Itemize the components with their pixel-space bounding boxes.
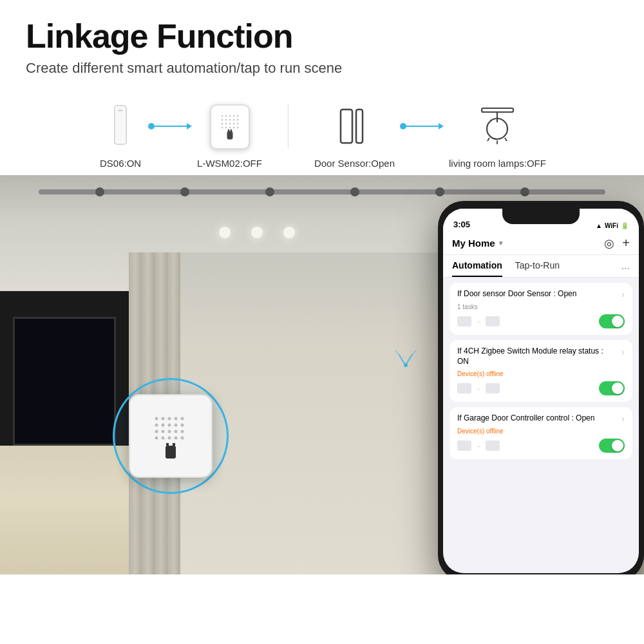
svg-rect-28: [482, 108, 513, 112]
auto-item-1-header: If Door sensor Door Sensor : Open ›: [457, 289, 625, 299]
track-light-6: [520, 187, 529, 196]
track-light-bar: [39, 189, 605, 194]
tab-tap-to-run[interactable]: Tap-to-Run: [515, 255, 560, 277]
svg-point-3: [221, 115, 223, 117]
svg-point-19: [225, 126, 227, 128]
lamp-icon: [475, 101, 520, 153]
status-time: 3:05: [453, 220, 470, 229]
svg-point-39: [155, 424, 158, 427]
svg-rect-26: [341, 109, 352, 143]
track-light-2: [180, 187, 189, 196]
svg-point-42: [175, 424, 178, 427]
tv-screen: [13, 317, 116, 446]
diagram-item-door: Door Sensor:Open: [314, 101, 395, 169]
device-on-wall: [129, 394, 213, 478]
camera-icon[interactable]: ◎: [604, 236, 614, 251]
lwsm02-label: L-WSM02:OFF: [197, 158, 262, 169]
mini-arrow-1: →: [475, 318, 482, 325]
app-header: My Home ▼ ◎ +: [443, 232, 639, 255]
arrow-1-head: [187, 123, 192, 129]
track-light-5: [435, 187, 444, 196]
auto-item-3-row: →: [457, 439, 625, 453]
svg-point-37: [175, 417, 178, 421]
phone-screen: 3:05 ▲ WiFi 🔋 My Home ▼ ◎ +: [443, 209, 639, 573]
svg-point-15: [229, 122, 231, 124]
header-icons: ◎ +: [604, 236, 630, 251]
phone-mockup[interactable]: 3:05 ▲ WiFi 🔋 My Home ▼ ◎ +: [438, 201, 644, 574]
auto-item-3-header: If Garage Door Controller control : Open…: [457, 413, 625, 424]
arrow-2-line: [406, 126, 439, 127]
ceiling-light-3: [283, 227, 295, 238]
svg-point-11: [232, 118, 234, 120]
auto-item-2-header: If 4CH Zigbee Switch Module relay status…: [457, 346, 625, 366]
svg-point-16: [232, 122, 234, 124]
arrow-2: [400, 123, 444, 129]
auto-item-1-title: If Door sensor Door Sensor : Open: [457, 289, 616, 299]
mini-icon-3: [457, 383, 471, 393]
home-label: My Home: [452, 238, 495, 249]
svg-point-47: [175, 430, 178, 433]
svg-point-6: [232, 115, 234, 117]
auto-item-1[interactable]: If Door sensor Door Sensor : Open › 1 ta…: [450, 283, 632, 335]
svg-point-18: [221, 126, 223, 128]
wifi-icon: WiFi: [605, 222, 618, 229]
device-box-large: [129, 394, 213, 478]
arrow-2-head: [439, 123, 444, 129]
bottom-section: 3:05 ▲ WiFi 🔋 My Home ▼ ◎ +: [0, 175, 644, 574]
door-sensor-svg: [337, 104, 372, 149]
zigbee-box: [210, 104, 250, 149]
tab-automation[interactable]: Automation: [452, 255, 502, 277]
sensor-device-svg: [108, 104, 133, 149]
svg-rect-2: [118, 109, 123, 111]
svg-point-53: [181, 437, 184, 440]
auto-item-1-toggle[interactable]: [599, 314, 625, 328]
auto-item-3[interactable]: If Garage Door Controller control : Open…: [450, 407, 632, 459]
diagram-separator: [288, 104, 289, 149]
svg-point-34: [155, 417, 158, 421]
auto-item-2-chevron: ›: [621, 346, 625, 357]
svg-point-44: [155, 430, 158, 433]
wifi-signal: [386, 343, 425, 377]
mini-arrow-3: →: [475, 442, 482, 450]
svg-line-32: [488, 138, 489, 141]
svg-point-49: [155, 437, 158, 440]
track-light-4: [350, 187, 359, 196]
track-light-3: [265, 187, 274, 196]
svg-point-35: [162, 417, 165, 421]
svg-point-14: [225, 122, 227, 124]
svg-rect-1: [116, 107, 125, 143]
wifi-waves-svg: [386, 343, 425, 375]
device-large-svg: [145, 407, 196, 465]
add-icon[interactable]: +: [622, 236, 630, 251]
home-title-area[interactable]: My Home ▼: [452, 238, 504, 249]
tv-area: [0, 291, 129, 471]
app-tabs: Automation Tap-to-Run ...: [443, 255, 639, 278]
auto-item-3-icons: →: [457, 440, 500, 451]
mini-icon-5: [457, 440, 471, 451]
auto-item-2-status: Device(s) offline: [457, 370, 625, 377]
svg-point-48: [181, 430, 184, 433]
ceiling-light-1: [219, 227, 231, 238]
auto-item-3-toggle[interactable]: [599, 439, 625, 453]
auto-item-2-toggle[interactable]: [599, 381, 625, 395]
svg-point-36: [168, 417, 171, 421]
auto-item-3-title: If Garage Door Controller control : Open: [457, 413, 616, 424]
arrow-1: [148, 123, 192, 129]
diagram-item-ds06: DS06:ON: [98, 101, 143, 169]
auto-item-2[interactable]: If 4CH Zigbee Switch Module relay status…: [450, 340, 632, 402]
svg-point-51: [168, 437, 171, 440]
lwsm02-icon: [207, 101, 252, 153]
mini-arrow-2: →: [475, 385, 482, 392]
door-icon: [332, 101, 377, 153]
mini-icon-2: [486, 316, 500, 327]
auto-item-2-title: If 4CH Zigbee Switch Module relay status…: [457, 346, 616, 366]
svg-rect-54: [166, 446, 176, 459]
zigbee-device-svg: [216, 109, 244, 145]
top-section: Linkage Function Create different smart …: [0, 0, 644, 90]
automation-list: If Door sensor Door Sensor : Open › 1 ta…: [443, 278, 639, 464]
tab-more-icon[interactable]: ...: [621, 260, 630, 272]
svg-rect-23: [227, 131, 232, 139]
svg-point-40: [162, 424, 165, 427]
track-light-1: [95, 187, 104, 196]
auto-item-1-row: →: [457, 314, 625, 328]
